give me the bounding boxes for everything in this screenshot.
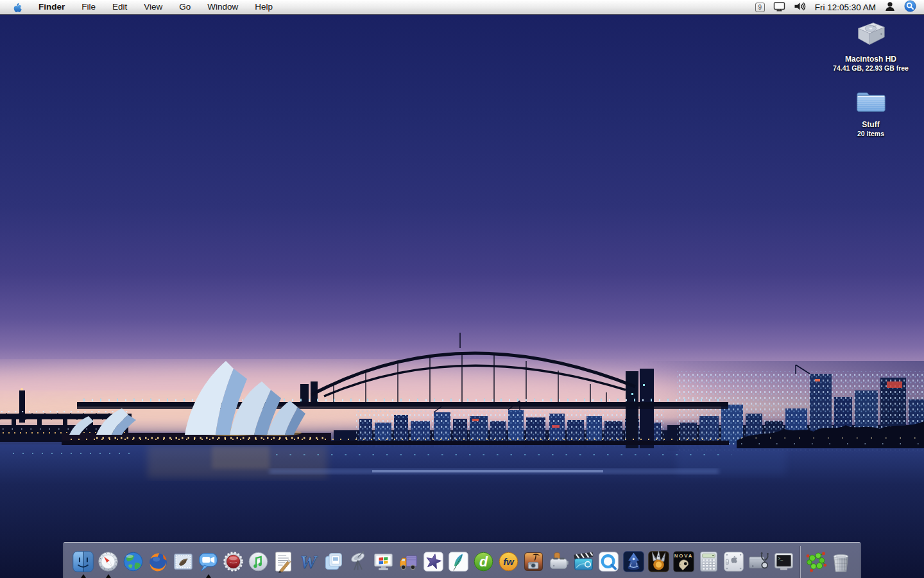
trash-icon [829,550,853,574]
dock-satellite-dish-app[interactable] [346,546,371,578]
displays-icon[interactable] [773,1,785,14]
dock-claw-game[interactable] [646,546,671,578]
apple-icon [13,2,22,13]
svg-text:NOVA: NOVA [674,553,694,559]
disk-utility-icon [747,550,771,574]
svg-text:d: d [479,554,488,570]
dock-dreamweaver[interactable]: d [471,546,496,578]
dreamweaver-icon: d [472,550,495,574]
apple-menu[interactable] [9,2,30,13]
finder-icon [71,550,95,574]
dock-powerpoint[interactable] [321,546,346,578]
fast-user-switching-icon[interactable] [884,1,896,13]
menu-item-edit[interactable]: Edit [104,0,135,14]
dock-firefox[interactable] [146,546,171,578]
textedit-icon [271,550,295,574]
classic-environment-icon[interactable]: 9 [755,3,765,12]
dock-quicktime[interactable] [596,546,621,578]
menu-item-help[interactable]: Help [246,0,281,14]
toast-toaster-icon [547,550,570,574]
dock-ichat[interactable] [196,546,221,578]
screen: Finder File Edit View Go Window Help 9 [0,0,924,578]
firefox-icon [146,550,170,574]
dock-terminal[interactable]: >_ [771,546,796,578]
dock-word[interactable]: W [296,546,321,578]
menu-item-go[interactable]: Go [171,0,199,14]
dock-itunes[interactable] [246,546,271,578]
dock-globe-browser[interactable] [121,546,146,578]
safari-icon [96,550,120,574]
imageready-starfish-icon [422,550,445,574]
dock-photoshop[interactable] [446,546,471,578]
transmit-truck-icon [397,550,420,574]
terminal-icon: >_ [772,550,796,574]
svg-text:>_: >_ [778,557,783,561]
itunes-icon [246,550,270,574]
dock-fireworks[interactable]: fw [496,546,521,578]
bottlecap-icon [221,550,245,574]
dock-separator [796,546,803,578]
dock-toast[interactable] [546,546,571,578]
dock-imovie[interactable] [571,546,596,578]
menu-bar-left: Finder File Edit View Go Window Help [0,0,281,14]
volume-icon[interactable] [794,1,807,14]
spotlight-icon[interactable] [904,0,916,14]
powerpoint-icon [321,550,345,574]
wallpaper-sydney-harbour [0,14,924,578]
desktop-icon-info: 74.41 GB, 22.93 GB free [833,64,909,72]
ichat-icon [196,550,220,574]
desktop-icon-label: Stuff [862,120,879,129]
desktop-icon-stuff-folder[interactable]: Stuff 20 items [832,86,909,137]
globe-browser-icon [121,550,145,574]
menu-bar: Finder File Edit View Go Window Help 9 [0,0,924,15]
wizard-game-icon [622,550,646,574]
mail-icon [171,550,195,574]
system-preferences-icon [722,550,746,574]
molecule-icon [804,550,828,574]
iphoto-icon [522,550,545,574]
dock-transmit[interactable] [396,546,421,578]
calculator-icon [697,550,721,574]
quicktime-icon [597,550,620,574]
svg-text:W: W [300,552,318,572]
menu-item-file[interactable]: File [73,0,104,14]
dock-virtual-pc[interactable] [371,546,396,578]
folder-icon [853,86,888,118]
dock-trash[interactable] [828,546,853,578]
virtual-pc-icon [372,550,395,574]
menu-bar-status: 9 Fri 12:05:30 AM [755,0,924,14]
dock-safari[interactable] [96,546,121,578]
desktop-icon-label: Macintosh HD [845,55,896,64]
dock-mail[interactable] [171,546,196,578]
dock-wizard-game[interactable] [621,546,646,578]
dock-iphoto[interactable] [521,546,546,578]
dock-molecule-document[interactable] [803,546,828,578]
imovie-clapper-icon [572,550,595,574]
photoshop-feather-icon [447,550,470,574]
desktop-icon-macintosh-hd[interactable]: Macintosh HD 74.41 GB, 22.93 GB free [829,19,912,72]
hard-drive-icon [852,19,889,53]
dock-bottlecap-app[interactable] [221,546,246,578]
ev-nova-icon: NOVA [672,550,696,574]
satellite-dish-icon [346,550,370,574]
dock-disk-utility[interactable] [746,546,771,578]
menu-item-finder[interactable]: Finder [30,0,73,14]
desktop[interactable]: Macintosh HD 74.41 GB, 22.93 GB free Stu… [0,14,924,578]
fireworks-icon: fw [497,550,520,574]
dock: W [64,542,860,578]
dock-textedit[interactable] [271,546,296,578]
menu-item-window[interactable]: Window [199,0,246,14]
running-indicator [81,574,86,578]
claw-game-icon [647,550,671,574]
dock-finder[interactable] [71,546,96,578]
running-indicator [106,574,111,578]
menu-item-view[interactable]: View [135,0,171,14]
running-indicator [206,574,211,578]
dock-calculator[interactable] [696,546,721,578]
menu-clock[interactable]: Fri 12:05:30 AM [815,3,876,12]
dock-imageready[interactable] [421,546,446,578]
dock-system-preferences[interactable] [721,546,746,578]
word-icon: W [296,550,320,574]
dock-ev-nova[interactable]: NOVA [671,546,696,578]
svg-text:fw: fw [503,557,515,567]
